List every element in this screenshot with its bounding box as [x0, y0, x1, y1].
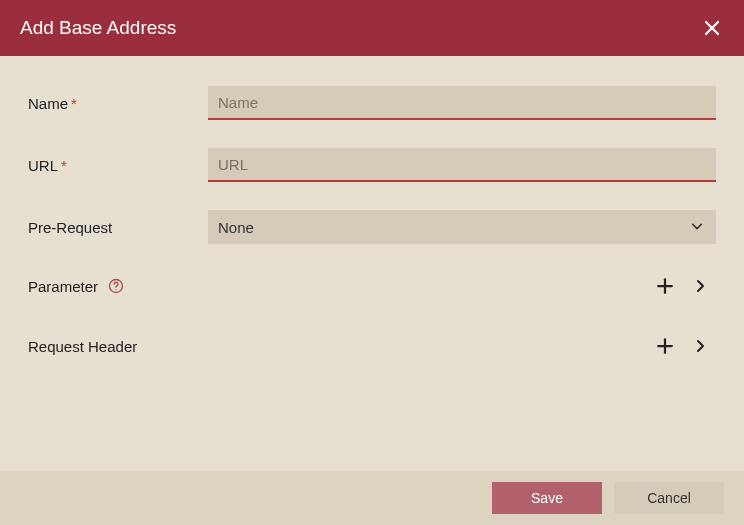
- url-label: URL *: [28, 157, 208, 174]
- request-header-actions: [656, 337, 716, 355]
- help-icon[interactable]: [108, 278, 124, 294]
- cancel-button[interactable]: Cancel: [614, 482, 724, 514]
- request-header-label: Request Header: [28, 338, 137, 355]
- name-control: [208, 86, 716, 120]
- parameter-expand-button[interactable]: [692, 277, 708, 295]
- parameter-add-button[interactable]: [656, 277, 674, 295]
- required-asterisk: *: [61, 157, 67, 174]
- dialog-footer: Save Cancel: [0, 471, 744, 525]
- section-parameter: Parameter: [28, 272, 716, 300]
- svg-point-3: [115, 289, 116, 290]
- close-icon: [704, 20, 720, 36]
- prerequest-label-text: Pre-Request: [28, 219, 112, 236]
- request-header-add-button[interactable]: [656, 337, 674, 355]
- close-button[interactable]: [700, 16, 724, 40]
- chevron-right-icon: [692, 278, 708, 294]
- save-button[interactable]: Save: [492, 482, 602, 514]
- dialog-body: Name * URL * Pre-Request None: [0, 56, 744, 360]
- required-asterisk: *: [71, 95, 77, 112]
- field-row-name: Name *: [28, 86, 716, 120]
- prerequest-select[interactable]: None: [208, 210, 716, 244]
- prerequest-label: Pre-Request: [28, 219, 208, 236]
- request-header-label-text: Request Header: [28, 338, 137, 355]
- parameter-actions: [656, 277, 716, 295]
- name-label-text: Name: [28, 95, 68, 112]
- request-header-expand-button[interactable]: [692, 337, 708, 355]
- prerequest-control: None: [208, 210, 716, 244]
- plus-icon: [656, 337, 674, 355]
- plus-icon: [656, 277, 674, 295]
- name-label: Name *: [28, 95, 208, 112]
- url-control: [208, 148, 716, 182]
- name-input[interactable]: [208, 86, 716, 120]
- parameter-label-text: Parameter: [28, 278, 98, 295]
- chevron-right-icon: [692, 338, 708, 354]
- prerequest-selected-value: None: [218, 219, 254, 236]
- parameter-label: Parameter: [28, 278, 124, 295]
- url-label-text: URL: [28, 157, 58, 174]
- dialog-title: Add Base Address: [20, 17, 176, 39]
- section-request-header: Request Header: [28, 332, 716, 360]
- url-input[interactable]: [208, 148, 716, 182]
- chevron-down-icon: [690, 219, 704, 236]
- dialog-header: Add Base Address: [0, 0, 744, 56]
- field-row-prerequest: Pre-Request None: [28, 210, 716, 244]
- field-row-url: URL *: [28, 148, 716, 182]
